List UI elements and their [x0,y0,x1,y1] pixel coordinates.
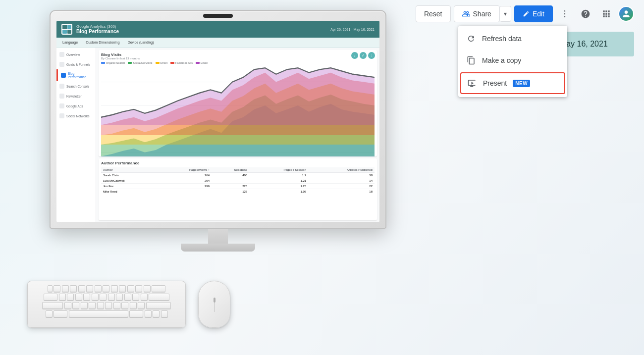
dash-logo [61,24,72,35]
dashboard-sidebar: Overview Goals & Funnels Blog Performanc… [56,48,96,222]
table-row: Lula McCaldwell 264 1.21 14 [101,178,375,184]
sidebar-item-newsletter[interactable]: Newsletter [56,91,96,101]
svg-point-14 [564,13,566,15]
sidebar-item-overview[interactable]: Overview [56,50,96,59]
col-per-session: Pages / Session [249,167,308,173]
chart-expand-btn[interactable]: ⤢ [360,52,367,59]
legend-social: Social/GenZone [128,61,152,64]
dropdown-menu: Refresh data Make a copy Present NEW [458,26,567,97]
edit-button[interactable]: Edit [514,5,553,22]
col-pages: Pages/Views ↑ [158,167,212,173]
sidebar-item-blog[interactable]: Blog Performance [56,69,96,81]
dashboard-header: Google Analytics (360) Blog Performance … [56,21,379,38]
dashboard-main: ↓ ⤢ ⋮ Blog Visits By Channel in last 13 … [96,48,379,222]
monitor-stand-base [181,244,255,252]
dash-title-area: Google Analytics (360) Blog Performance [76,24,119,34]
menu-item-copy[interactable]: Make a copy [458,50,567,71]
new-badge: NEW [513,80,530,87]
author-table: Author Pages/Views ↑ Sessions Pages / Se… [101,167,375,194]
legend-organic: Organic Search [101,61,125,64]
grid-button[interactable] [597,5,615,23]
share-button[interactable]: Share [454,5,500,22]
chart-download-btn[interactable]: ↓ [351,52,358,59]
help-icon [581,9,590,19]
peripherals [27,281,230,328]
more-options-button[interactable] [556,5,574,23]
table-row: Sarah Chris 364 400 1.3 38 [101,173,375,178]
avatar-icon [621,9,631,19]
svg-marker-16 [472,82,474,85]
chart-title: Blog Visits [101,52,375,57]
mouse [198,281,230,328]
sidebar-item-social[interactable]: Social Networks [56,111,96,121]
legend-facebook: Facebook Ads [170,61,193,64]
reset-button[interactable]: Reset [416,5,451,22]
dashboard-nav: Language Custom Dimensioning Device (Lan… [56,38,379,48]
dashboard-breadcrumb: Google Analytics (360) [76,24,119,29]
area-chart-svg: Apr 21 May 21 Jun 21 Jul 21 Aug 21 Sep 2… [101,66,375,156]
more-dots-icon [560,9,570,19]
user-avatar[interactable] [618,6,634,22]
dashboard-title: Blog Performance [76,29,119,34]
menu-item-refresh[interactable]: Refresh data [458,28,567,50]
table-row: Mike Reed 125 1.05 18 [101,189,375,195]
nav-item-language[interactable]: Language [60,40,80,45]
share-chevron-button[interactable]: ▾ [500,6,511,22]
copy-label: Make a copy [482,56,521,64]
sidebar-item-goals[interactable]: Goals & Funnels [56,59,96,69]
chart-legend: Organic Search Social/GenZone Direct [101,61,375,64]
refresh-icon [466,34,476,44]
share-button-group: Share ▾ [454,5,511,22]
copy-icon [466,55,476,65]
svg-point-15 [564,16,566,18]
chart-subtitle: By Channel in last 13 months [101,57,375,60]
menu-item-present[interactable]: Present NEW [460,72,565,94]
monitor-screen: Google Analytics (360) Blog Performance … [56,21,379,222]
refresh-label: Refresh data [482,35,522,43]
sidebar-item-google-ads[interactable]: Google Ads [56,101,96,111]
nav-item-custom[interactable]: Custom Dimensioning [84,40,121,45]
help-button[interactable] [577,5,594,23]
keyboard [27,281,186,328]
svg-point-13 [564,10,566,12]
nav-item-device[interactable]: Device (Landing) [126,40,156,45]
toolbar-overlay: Reset Share ▾ Edit [367,0,644,139]
share-chevron-icon: ▾ [504,10,507,17]
blog-visits-chart-card: ↓ ⤢ ⋮ Blog Visits By Channel in last 13 … [99,50,377,156]
table-title: Author Performance [101,161,375,165]
col-author: Author [101,167,158,173]
sidebar-item-search[interactable]: Search Console [56,81,96,91]
grid-icon [601,9,611,19]
webcam [203,14,233,18]
legend-email: Email [196,61,208,64]
edit-icon [523,10,530,17]
monitor-frame: Google Analytics (360) Blog Performance … [50,10,386,248]
legend-direct: Direct [156,61,167,64]
top-toolbar: Reset Share ▾ Edit [367,0,644,28]
table-row: Jon Fox 296 225 1.25 22 [101,184,375,189]
col-articles: Articles Published [308,167,375,173]
dashboard-body: Overview Goals & Funnels Blog Performanc… [56,48,379,222]
present-label: Present [483,79,507,87]
share-icon [462,10,470,18]
author-performance-card: Author Performance Author Pages/Views ↑ … [99,158,377,220]
present-icon [467,78,477,88]
col-sessions: Sessions [212,167,249,173]
monitor-bezel: Google Analytics (360) Blog Performance … [50,10,386,229]
